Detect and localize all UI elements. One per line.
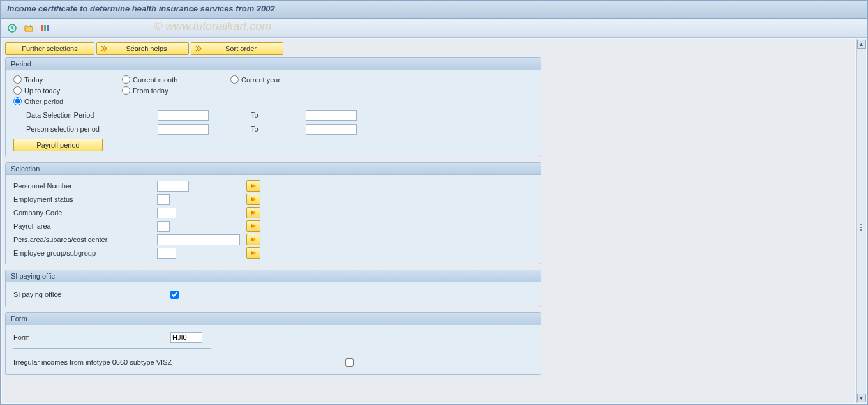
- selection-label: Company Code: [13, 209, 157, 217]
- period-header: Period: [6, 58, 541, 70]
- content-area: Further selections Search helps Sort ord…: [2, 39, 855, 403]
- multiple-selection-button[interactable]: [246, 207, 260, 218]
- selection-group: Selection Personnel NumberEmployment sta…: [5, 162, 541, 264]
- arrow-right-icon: [195, 45, 202, 52]
- main-window: Income certificate to determine health i…: [0, 0, 868, 405]
- selection-label: Employment status: [13, 195, 157, 203]
- app-toolbar: [1, 19, 867, 38]
- multiple-selection-button[interactable]: [246, 247, 260, 259]
- multiple-selection-button[interactable]: [246, 194, 260, 205]
- sort-order-button[interactable]: Sort order: [191, 42, 283, 55]
- selection-header: Selection: [6, 163, 541, 175]
- multiple-selection-button[interactable]: [246, 220, 260, 232]
- period-group: Period Today Current month Current year …: [5, 57, 541, 157]
- selection-label: Payroll area: [13, 222, 157, 230]
- radio-current-year[interactable]: Current year: [230, 75, 339, 84]
- si-paying-checkbox[interactable]: [170, 291, 179, 299]
- svg-rect-2: [44, 25, 46, 31]
- action-button-row: Further selections Search helps Sort ord…: [5, 42, 851, 55]
- multiple-selection-button[interactable]: [246, 234, 260, 245]
- search-helps-button[interactable]: Search helps: [96, 42, 189, 55]
- to-label-1: To: [251, 111, 302, 119]
- si-paying-label: SI paying office: [13, 291, 167, 298]
- execute-button[interactable]: [6, 22, 19, 34]
- form-label: Form: [13, 333, 167, 341]
- form-input[interactable]: [170, 332, 202, 343]
- form-header: Form: [6, 313, 541, 325]
- scroll-up-arrow[interactable]: ▲: [857, 40, 866, 49]
- person-selection-label: Person selection period: [13, 125, 154, 133]
- form-group: Form Form Irregular incomes from infotyp…: [5, 312, 541, 375]
- radio-from-today[interactable]: From today: [122, 86, 230, 95]
- radio-today[interactable]: Today: [13, 75, 122, 84]
- si-paying-group: SI paying offic SI paying office: [5, 270, 541, 307]
- selection-input[interactable]: [157, 194, 170, 205]
- selection-input[interactable]: [157, 181, 189, 192]
- selection-label: Personnel Number: [13, 182, 157, 190]
- layout-button[interactable]: [39, 22, 52, 34]
- to-label-2: To: [251, 125, 302, 133]
- further-selections-label: Further selections: [22, 45, 77, 52]
- selection-input[interactable]: [157, 208, 176, 218]
- search-helps-label: Search helps: [111, 45, 182, 52]
- irregular-incomes-checkbox[interactable]: [345, 358, 354, 367]
- vertical-scrollbar[interactable]: ▲ ▼: [856, 39, 866, 403]
- sort-order-label: Sort order: [206, 45, 276, 52]
- multiple-selection-button[interactable]: [246, 180, 260, 192]
- payroll-period-label: Payroll period: [36, 141, 79, 149]
- further-selections-button[interactable]: Further selections: [5, 42, 94, 55]
- irregular-incomes-label: Irregular incomes from infotype 0660 sub…: [13, 358, 326, 366]
- window-titlebar: Income certificate to determine health i…: [1, 1, 867, 19]
- payroll-period-button[interactable]: Payroll period: [13, 139, 103, 151]
- svg-rect-3: [47, 25, 49, 31]
- data-selection-label: Data Selection Period: [13, 111, 154, 119]
- selection-input[interactable]: [157, 248, 176, 259]
- radio-up-to-today[interactable]: Up to today: [13, 86, 122, 95]
- variant-button[interactable]: [22, 22, 35, 34]
- person-selection-to[interactable]: [306, 124, 357, 135]
- selection-input[interactable]: [157, 221, 170, 232]
- scroll-down-arrow[interactable]: ▼: [857, 394, 866, 402]
- selection-label: Pers.area/subarea/cost center: [13, 236, 157, 243]
- svg-rect-1: [41, 25, 43, 31]
- scrollbar-grip[interactable]: [857, 221, 865, 234]
- radio-current-month[interactable]: Current month: [122, 75, 230, 84]
- data-selection-from[interactable]: [158, 110, 209, 121]
- si-paying-header: SI paying offic: [6, 270, 541, 282]
- window-title: Income certificate to determine health i…: [7, 4, 275, 13]
- person-selection-from[interactable]: [158, 124, 209, 135]
- radio-other-period[interactable]: Other period: [13, 97, 122, 105]
- form-separator: [13, 348, 211, 349]
- selection-label: Employee group/subgroup: [13, 249, 157, 257]
- selection-input[interactable]: [157, 234, 240, 245]
- arrow-right-icon: [101, 45, 107, 52]
- data-selection-to[interactable]: [306, 110, 357, 121]
